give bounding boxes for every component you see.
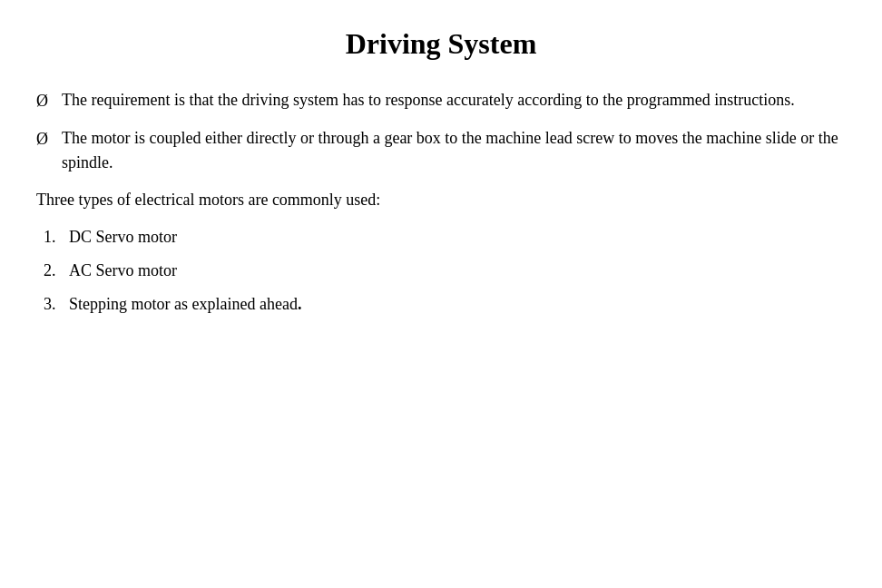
intro-text: Three types of electrical motors are com… [36,188,846,212]
numbered-item-1: 1. DC Servo motor [36,225,846,250]
number-symbol-3: 3. [36,292,69,317]
bullet-item-1: Ø The requirement is that the driving sy… [36,88,846,113]
numbered-item-2: 2. AC Servo motor [36,259,846,283]
numbered-item-3: 3. Stepping motor as explained ahead. [36,292,846,317]
number-symbol-2: 2. [36,259,69,283]
slide-content: Ø The requirement is that the driving sy… [36,88,846,326]
numbered-text-1: DC Servo motor [69,225,846,250]
bullet-symbol-1: Ø [36,88,62,113]
numbered-text-2: AC Servo motor [69,259,846,283]
slide-title: Driving System [36,27,846,61]
bullet-text-2: The motor is coupled either directly or … [62,126,846,175]
slide-container: Driving System Ø The requirement is that… [0,0,882,588]
number-symbol-1: 1. [36,225,69,250]
bullet-item-2: Ø The motor is coupled either directly o… [36,126,846,175]
numbered-list: 1. DC Servo motor 2. AC Servo motor 3. S… [36,225,846,326]
bullet-text-1: The requirement is that the driving syst… [62,88,846,113]
bullet-symbol-2: Ø [36,126,62,152]
numbered-text-3: Stepping motor as explained ahead. [69,292,846,317]
